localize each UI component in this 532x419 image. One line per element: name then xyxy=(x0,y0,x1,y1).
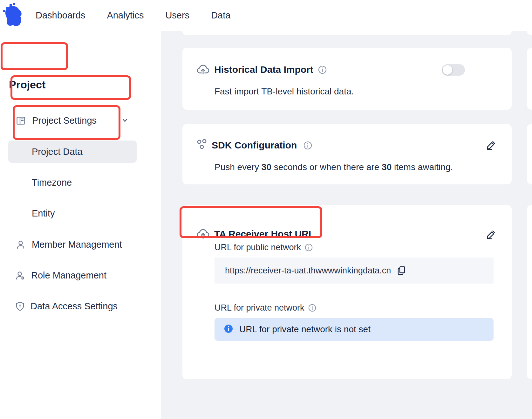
sidebar-item-label: Entity xyxy=(32,208,55,219)
nav-item-analytics[interactable]: Analytics xyxy=(107,10,144,21)
private-url-notice-banner: URL for private network is not set xyxy=(215,318,494,341)
field-label-text: URL for public network xyxy=(215,243,301,252)
card-title: Historical Data Import xyxy=(214,64,313,75)
chevron-down-icon[interactable] xyxy=(121,117,128,125)
field-label-text: URL for private network xyxy=(215,303,304,313)
shield-lock-icon xyxy=(16,302,24,311)
card-description: Push every 30 seconds or when there are … xyxy=(215,162,453,172)
person-gear-icon xyxy=(16,271,25,280)
sidebar-item-label: Member Management xyxy=(32,239,122,250)
cloud-upload-icon xyxy=(197,229,209,239)
sidebar-item-label: Timezone xyxy=(32,177,72,188)
historical-import-toggle[interactable] xyxy=(442,64,465,76)
info-icon[interactable] xyxy=(304,141,312,150)
public-url-value-box: https://receiver-ta-uat.thwwwwinkingdata… xyxy=(215,258,494,284)
scrolled-card-bottom-edge-right xyxy=(527,31,532,35)
edit-pencil-icon[interactable] xyxy=(486,230,496,239)
sidebar-item-label: Data Access Settings xyxy=(31,301,118,312)
scrolled-card-bottom-edge xyxy=(182,31,512,35)
public-url-label-row: URL for public network xyxy=(215,243,313,252)
sidebar-item-label: Role Management xyxy=(31,270,106,281)
cloud-upload-icon xyxy=(197,64,209,75)
public-url-value: https://receiver-ta-uat.thwwwwinkingdata… xyxy=(225,266,391,276)
ta-receiver-host-url-card: TA Receiver Host URL URL for public netw… xyxy=(182,205,512,379)
toggle-knob xyxy=(443,65,452,75)
edit-pencil-icon[interactable] xyxy=(486,141,496,150)
sidebar-item-project-data[interactable]: Project Data xyxy=(8,141,137,163)
card-peek-right xyxy=(527,205,532,379)
card-peek-right xyxy=(527,124,532,184)
sidebar-item-timezone[interactable]: Timezone xyxy=(32,174,72,191)
sidebar: Project Project Settings Project Data Ti… xyxy=(0,31,161,419)
card-peek-right xyxy=(527,48,532,110)
private-url-label-row: URL for private network xyxy=(215,303,316,313)
top-nav: Dashboards Analytics Users Data xyxy=(0,0,532,31)
nav-item-dashboards[interactable]: Dashboards xyxy=(36,10,85,21)
historical-data-import-card: Historical Data Import Fast import TB-le… xyxy=(182,48,512,110)
info-filled-icon xyxy=(224,324,233,334)
nav-item-users[interactable]: Users xyxy=(165,10,189,21)
layout-panel-icon xyxy=(17,117,25,125)
info-icon[interactable] xyxy=(318,65,327,74)
sdk-configuration-card: SDK Configuration Push every 30 seconds … xyxy=(182,124,512,184)
sidebar-item-data-access-settings[interactable]: Data Access Settings xyxy=(16,299,118,314)
app-logo-icon[interactable] xyxy=(3,3,22,27)
sidebar-item-project-settings[interactable]: Project Settings xyxy=(17,113,97,128)
nav-menu: Dashboards Analytics Users Data xyxy=(36,10,230,21)
sidebar-item-label: Project Settings xyxy=(32,115,97,126)
card-title: SDK Configuration xyxy=(212,140,297,151)
sidebar-item-member-management[interactable]: Member Management xyxy=(17,237,122,252)
sidebar-heading: Project xyxy=(9,79,45,91)
sidebar-item-label: Project Data xyxy=(32,147,83,157)
sdk-cluster-icon xyxy=(197,139,207,151)
main-content: Historical Data Import Fast import TB-le… xyxy=(161,31,532,419)
notice-text: URL for private network is not set xyxy=(239,324,371,334)
person-icon xyxy=(17,240,25,249)
sidebar-item-entity[interactable]: Entity xyxy=(32,205,55,222)
copy-icon[interactable] xyxy=(397,266,406,275)
card-description: Fast import TB-level historical data. xyxy=(215,86,354,97)
info-icon[interactable] xyxy=(305,244,313,251)
nav-item-data[interactable]: Data xyxy=(211,10,230,21)
card-title: TA Receiver Host URL xyxy=(214,229,314,239)
sidebar-item-role-management[interactable]: Role Management xyxy=(16,268,106,283)
info-icon[interactable] xyxy=(308,304,316,312)
